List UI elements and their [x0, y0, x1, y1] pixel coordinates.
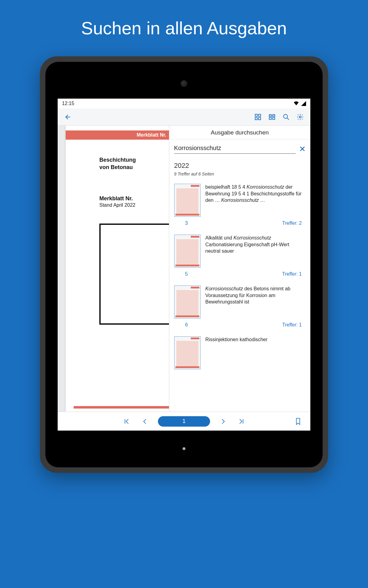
document-title-line1: Beschichtung: [99, 157, 136, 163]
settings-button[interactable]: [293, 110, 307, 124]
clear-search-button[interactable]: [299, 146, 305, 152]
result-snippet: Alkalität und Korrosionsschutz Carbonati…: [205, 235, 305, 268]
tablet-camera: [181, 80, 187, 87]
next-page-button[interactable]: [217, 416, 228, 427]
svg-rect-0: [255, 114, 257, 116]
search-result-item[interactable]: Rissinjektionen kathodischer: [169, 331, 310, 372]
svg-rect-1: [259, 114, 261, 116]
current-page-number: 1: [182, 418, 186, 424]
document-header-band: Merkblatt Nr.: [66, 130, 169, 140]
document-title: Beschichtung von Betonau: [99, 156, 169, 171]
result-snippet: Korrosionsschutz des Betons nimmt ab Vor…: [205, 285, 305, 318]
result-meta: 3Treffer: 2: [174, 217, 305, 227]
last-page-button[interactable]: [236, 416, 247, 427]
cellular-icon: [301, 101, 306, 106]
grid-view-button[interactable]: [251, 110, 265, 124]
search-results-list[interactable]: beispielhaft 18 5 4 Korrosionsschutz der…: [169, 179, 310, 412]
result-hit-count: Treffer: 1: [282, 271, 304, 277]
result-page-number: 3: [176, 221, 188, 226]
svg-line-5: [287, 118, 289, 120]
svg-point-4: [284, 114, 288, 118]
first-page-button[interactable]: [121, 416, 132, 427]
search-result-item[interactable]: Alkalität und Korrosionsschutz Carbonati…: [169, 230, 310, 281]
promo-title: Suchen in allen Ausgaben: [0, 0, 368, 38]
document-title-line2: von Betonau: [99, 164, 133, 170]
result-meta: 6Treffer: 1: [174, 318, 305, 329]
tablet-home-indicator: [182, 447, 186, 450]
result-thumbnail: [174, 184, 201, 217]
svg-rect-3: [259, 118, 261, 120]
bookmark-button[interactable]: [293, 416, 304, 427]
search-panel: Ausgabe durchsuchen 2022 9 Treffer auf 6…: [169, 126, 310, 412]
search-summary: 9 Treffer auf 6 Seiten: [169, 172, 310, 179]
page-navigation-bar: 1: [58, 412, 310, 431]
search-input[interactable]: [174, 144, 296, 154]
document-subtitle-stand: Stand April 2022: [99, 202, 169, 208]
status-time: 12:15: [62, 101, 74, 106]
search-panel-title: Ausgabe durchsuchen: [169, 126, 310, 139]
document-figure-placeholder: [99, 224, 169, 325]
tablet-bezel: 12:15: [45, 62, 323, 467]
document-pane[interactable]: Merkblatt Nr. Beschichtung von Betonau M…: [58, 126, 169, 412]
document-page: Merkblatt Nr. Beschichtung von Betonau M…: [66, 126, 169, 412]
search-button[interactable]: [279, 110, 293, 124]
document-subtitle: Merkblatt Nr. Stand April 2022: [99, 195, 169, 208]
content-area: Merkblatt Nr. Beschichtung von Betonau M…: [58, 126, 310, 412]
app-screen: 12:15: [58, 99, 310, 431]
result-snippet: Rissinjektionen kathodischer: [205, 336, 305, 369]
wifi-icon: [293, 101, 299, 106]
reader-view-button[interactable]: [265, 110, 279, 124]
search-result-item[interactable]: Korrosionsschutz des Betons nimmt ab Vor…: [169, 281, 310, 331]
result-thumbnail: [174, 235, 201, 268]
previous-page-button[interactable]: [140, 416, 151, 427]
result-thumbnail: [174, 336, 201, 369]
search-result-item[interactable]: beispielhaft 18 5 4 Korrosionsschutz der…: [169, 179, 310, 230]
document-subtitle-main: Merkblatt Nr.: [99, 195, 133, 202]
result-snippet: beispielhaft 18 5 4 Korrosionsschutz der…: [205, 184, 305, 217]
app-toolbar: [58, 108, 310, 126]
svg-rect-2: [255, 118, 257, 120]
status-bar: 12:15: [58, 99, 310, 108]
result-thumbnail: [174, 285, 201, 318]
result-meta: 5Treffer: 1: [174, 268, 305, 278]
page-indicator[interactable]: 1: [158, 416, 210, 427]
result-page-number: 5: [176, 271, 188, 277]
search-year-heading: 2022: [169, 155, 310, 172]
document-footer-band: [74, 406, 169, 409]
tablet-frame: 12:15: [40, 56, 328, 473]
result-hit-count: Treffer: 1: [282, 322, 304, 328]
svg-point-6: [299, 116, 301, 118]
result-hit-count: Treffer: 2: [282, 221, 304, 226]
back-button[interactable]: [61, 110, 75, 124]
result-page-number: 6: [176, 322, 188, 328]
